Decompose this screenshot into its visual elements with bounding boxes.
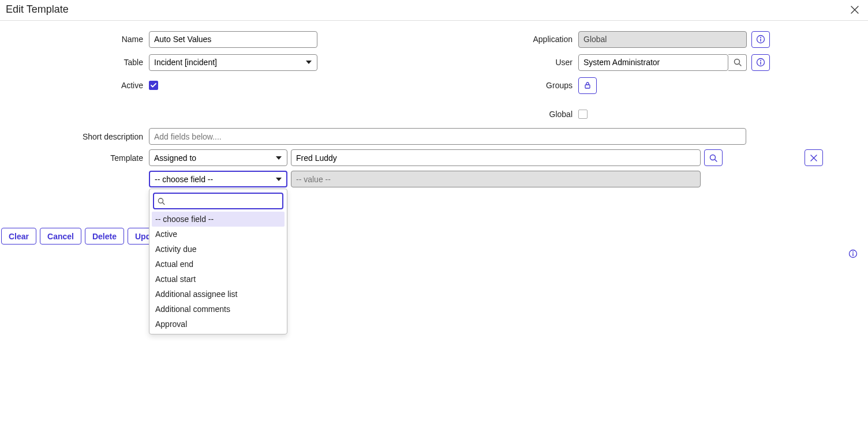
application-info-button[interactable] xyxy=(751,31,770,48)
dropdown-option[interactable]: Approval xyxy=(152,317,285,332)
dropdown-search-input[interactable] xyxy=(169,197,279,206)
dropdown-option[interactable]: Active xyxy=(152,227,285,242)
svg-rect-6 xyxy=(760,62,761,65)
table-select[interactable] xyxy=(149,54,317,71)
dropdown-option[interactable]: -- choose field -- xyxy=(152,212,285,227)
template-value-lookup-1[interactable] xyxy=(704,149,723,166)
svg-rect-2 xyxy=(760,39,761,42)
page-header: Edit Template xyxy=(0,0,868,21)
short-description-input[interactable] xyxy=(149,128,746,145)
cancel-button[interactable]: Cancel xyxy=(40,228,81,245)
name-input[interactable] xyxy=(149,31,317,48)
template-field-select-1[interactable] xyxy=(149,149,287,166)
check-icon xyxy=(151,83,156,88)
delete-button[interactable]: Delete xyxy=(85,228,124,245)
info-icon xyxy=(756,58,765,67)
user-label: User xyxy=(526,58,578,67)
active-checkbox[interactable] xyxy=(149,81,158,90)
user-input[interactable] xyxy=(578,54,728,71)
active-label: Active xyxy=(5,81,149,90)
dropdown-option[interactable]: Additional assignee list xyxy=(152,287,285,302)
template-field-select-2[interactable] xyxy=(149,171,287,187)
search-icon xyxy=(734,58,742,66)
lock-icon xyxy=(583,81,592,89)
template-value-input-2 xyxy=(291,171,701,187)
user-lookup-button[interactable] xyxy=(728,54,747,71)
dropdown-option[interactable]: Additional comments xyxy=(152,302,285,317)
template-remove-row-1[interactable] xyxy=(805,149,823,166)
page-title: Edit Template xyxy=(6,3,69,16)
search-icon xyxy=(709,154,717,162)
info-icon xyxy=(848,249,858,258)
global-checkbox[interactable] xyxy=(578,110,588,119)
application-label: Application xyxy=(526,35,578,44)
dropdown-search-box xyxy=(153,193,283,209)
search-icon xyxy=(158,197,165,205)
svg-point-11 xyxy=(852,251,854,253)
svg-rect-12 xyxy=(852,253,853,256)
table-label: Table xyxy=(5,58,149,67)
svg-point-8 xyxy=(710,155,716,160)
dropdown-option[interactable]: Activity due xyxy=(152,242,285,257)
svg-point-1 xyxy=(760,37,761,38)
application-input xyxy=(578,31,747,48)
template-label: Template xyxy=(5,153,149,163)
svg-point-3 xyxy=(734,59,739,65)
groups-lock-button[interactable] xyxy=(578,77,597,94)
short-description-label: Short description xyxy=(5,132,149,141)
dropdown-option[interactable]: Actual start xyxy=(152,272,285,287)
global-label: Global xyxy=(526,110,578,119)
close-button[interactable] xyxy=(851,6,859,14)
svg-point-5 xyxy=(760,60,761,61)
close-icon xyxy=(851,6,859,14)
close-icon xyxy=(810,155,817,161)
page-info-icon[interactable] xyxy=(848,249,858,258)
user-info-button[interactable] xyxy=(751,54,770,71)
clear-button[interactable]: Clear xyxy=(1,228,36,245)
template-value-input-1[interactable] xyxy=(291,149,701,166)
info-icon xyxy=(756,35,765,44)
dropdown-option[interactable]: Actual end xyxy=(152,257,285,272)
field-dropdown-panel: -- choose field -- Active Activity due A… xyxy=(149,189,287,334)
name-label: Name xyxy=(5,35,149,44)
svg-rect-7 xyxy=(585,85,590,88)
svg-point-9 xyxy=(158,198,163,202)
groups-label: Groups xyxy=(526,81,578,90)
